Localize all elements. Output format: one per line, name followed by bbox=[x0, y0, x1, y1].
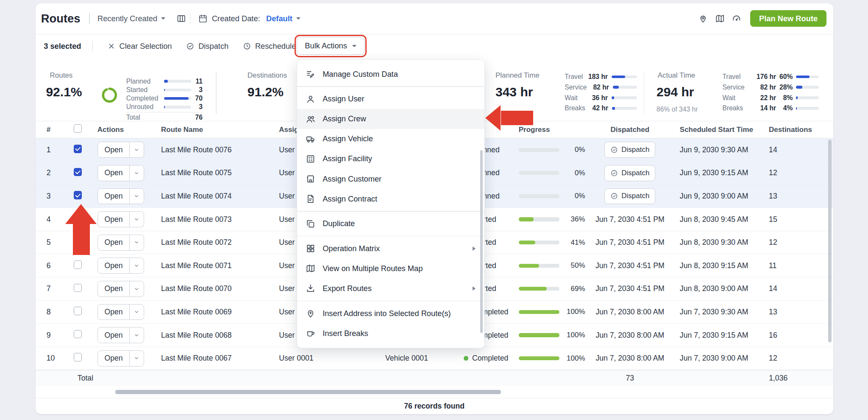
menu-item-insert-breaks[interactable]: Insert Breaks bbox=[297, 323, 484, 343]
route-name[interactable]: Last Mile Route 0071 bbox=[157, 261, 277, 270]
plan-new-route-button[interactable]: Plan New Route bbox=[750, 10, 826, 27]
row-number: 6 bbox=[36, 261, 63, 270]
dispatch-button[interactable]: Dispatch bbox=[604, 142, 655, 158]
created-date-value: Default bbox=[266, 14, 292, 23]
row-checkbox[interactable] bbox=[74, 330, 82, 339]
stat-row-label: Service bbox=[565, 84, 587, 91]
open-route-button[interactable]: Open bbox=[97, 281, 130, 297]
stat-row-value: 22 hr bbox=[753, 94, 776, 102]
route-name[interactable]: Last Mile Route 0068 bbox=[157, 331, 277, 340]
menu-item-assign-user[interactable]: Assign User bbox=[297, 89, 484, 109]
row-checkbox[interactable] bbox=[74, 168, 82, 176]
created-date-filter[interactable]: Created Date: Default bbox=[198, 14, 300, 24]
select-all-checkbox[interactable] bbox=[74, 124, 82, 133]
planned-time-value: 343 hr bbox=[495, 85, 533, 99]
row-checkbox[interactable] bbox=[74, 307, 82, 315]
total-dispatched: 73 bbox=[589, 374, 671, 383]
reschedule-button[interactable]: Reschedule bbox=[243, 42, 296, 51]
open-route-caret-button[interactable] bbox=[129, 235, 144, 251]
stat-row-label: Wait bbox=[565, 94, 584, 102]
open-route-button[interactable]: Open bbox=[97, 188, 130, 204]
header-destinations: Destinations bbox=[765, 126, 833, 134]
menu-item-assign-customer[interactable]: Assign Customer bbox=[297, 169, 484, 189]
header-dispatched: Dispatched bbox=[589, 126, 671, 134]
open-route-caret-button[interactable] bbox=[129, 304, 144, 320]
clear-selection-button[interactable]: Clear Selection bbox=[107, 42, 172, 51]
header-scheduled-start: Scheduled Start Time bbox=[671, 126, 765, 134]
open-route-button[interactable]: Open bbox=[97, 258, 130, 274]
progress-label: 0% bbox=[559, 169, 589, 177]
row-checkbox[interactable] bbox=[74, 284, 82, 292]
open-route-button[interactable]: Open bbox=[97, 165, 130, 181]
dispatch-button[interactable]: Dispatch bbox=[604, 165, 655, 181]
horizontal-scrollbar bbox=[36, 386, 833, 398]
dispatch-toolbar-button[interactable]: Dispatch bbox=[186, 42, 228, 51]
stat-row: Planned 11 bbox=[126, 77, 203, 86]
route-name[interactable]: Last Mile Route 0075 bbox=[157, 168, 277, 177]
route-name[interactable]: Last Mile Route 0074 bbox=[157, 192, 277, 201]
open-route-caret-button[interactable] bbox=[129, 258, 144, 274]
row-checkbox[interactable] bbox=[74, 191, 82, 199]
sort-dropdown[interactable]: Recently Created bbox=[97, 14, 165, 23]
menu-item-operation-matrix[interactable]: Operation Matrix bbox=[297, 239, 484, 259]
stat-row: Service 82 hr bbox=[565, 82, 637, 92]
menu-item-insert-address-into-selected-route-s[interactable]: Insert Address into Selected Route(s) bbox=[297, 303, 484, 323]
map-view-button[interactable] bbox=[712, 10, 728, 27]
bulk-actions-button[interactable]: Bulk Actions bbox=[297, 37, 364, 55]
menu-item-duplicate[interactable]: Duplicate bbox=[297, 214, 484, 234]
dashboard-button[interactable] bbox=[728, 10, 745, 27]
menu-item-label: Operation Matrix bbox=[323, 244, 380, 253]
menu-item-label: Manage Custom Data bbox=[323, 70, 398, 79]
stat-row: Started 3 bbox=[126, 86, 203, 94]
open-route-button[interactable]: Open bbox=[97, 211, 130, 227]
open-route-caret-button[interactable] bbox=[129, 350, 144, 367]
progress-cell: 50% bbox=[515, 261, 589, 270]
open-route-caret-button[interactable] bbox=[129, 142, 144, 158]
row-checkbox[interactable] bbox=[74, 145, 82, 153]
open-route-button[interactable]: Open bbox=[97, 304, 130, 320]
dispatched-time: Jun 7, 2030 4:51 PM bbox=[595, 284, 665, 293]
stat-row-bar bbox=[612, 96, 637, 99]
menu-item-label: Assign Contract bbox=[323, 194, 377, 204]
menu-item-manage-custom-data[interactable]: Manage Custom Data bbox=[297, 64, 484, 84]
open-route-caret-button[interactable] bbox=[129, 327, 144, 343]
menu-item-assign-contract[interactable]: Assign Contract bbox=[297, 189, 484, 209]
columns-layout-button[interactable] bbox=[173, 10, 190, 27]
open-route-button[interactable]: Open bbox=[97, 142, 130, 158]
dispatched-time: Jun 7, 2030 4:51 PM bbox=[595, 215, 665, 224]
vertical-scrollbar-thumb[interactable] bbox=[828, 140, 832, 342]
open-route-caret-button[interactable] bbox=[129, 188, 144, 204]
chevron-down-icon bbox=[161, 17, 165, 20]
menu-item-assign-crew[interactable]: Assign Crew bbox=[297, 109, 484, 129]
menu-item-assign-facility[interactable]: Assign Facility bbox=[297, 149, 484, 169]
dispatch-button[interactable]: Dispatch bbox=[604, 188, 655, 204]
route-name[interactable]: Last Mile Route 0069 bbox=[157, 308, 277, 316]
menu-scrollbar-thumb[interactable] bbox=[480, 150, 483, 333]
location-view-button[interactable] bbox=[695, 10, 712, 27]
menu-item-assign-vehicle[interactable]: Assign Vehicle bbox=[297, 129, 484, 149]
row-checkbox[interactable] bbox=[74, 353, 82, 361]
open-route-button[interactable]: Open bbox=[97, 327, 130, 343]
row-checkbox[interactable] bbox=[74, 260, 82, 269]
routes-stat-list: Planned 11 Started 3 Completed 70 Unrout… bbox=[126, 77, 203, 112]
menu-item-export-routes[interactable]: Export Routes bbox=[297, 279, 484, 299]
stat-row-bar bbox=[612, 76, 637, 78]
open-route-button[interactable]: Open bbox=[97, 235, 130, 251]
route-name[interactable]: Last Mile Route 0072 bbox=[157, 238, 277, 247]
matrix-icon bbox=[306, 244, 316, 254]
horizontal-scrollbar-thumb[interactable] bbox=[115, 390, 501, 394]
stat-row-label: Breaks bbox=[722, 104, 753, 112]
route-name[interactable]: Last Mile Route 0076 bbox=[157, 146, 277, 154]
open-route-button[interactable]: Open bbox=[97, 350, 130, 367]
stat-row-percent: 8% bbox=[776, 94, 793, 102]
customer-icon bbox=[306, 174, 316, 184]
open-route-caret-button[interactable] bbox=[129, 281, 144, 297]
menu-item-label: Assign Vehicle bbox=[323, 134, 373, 143]
route-name[interactable]: Last Mile Route 0073 bbox=[157, 215, 277, 224]
menu-item-view-on-multiple-routes-map[interactable]: View on Multiple Routes Map bbox=[297, 259, 484, 279]
route-name[interactable]: Last Mile Route 0070 bbox=[157, 284, 277, 293]
destinations-count: 14 bbox=[765, 284, 833, 293]
route-name[interactable]: Last Mile Route 0067 bbox=[157, 354, 277, 363]
open-route-caret-button[interactable] bbox=[129, 165, 144, 181]
open-route-caret-button[interactable] bbox=[129, 211, 144, 227]
